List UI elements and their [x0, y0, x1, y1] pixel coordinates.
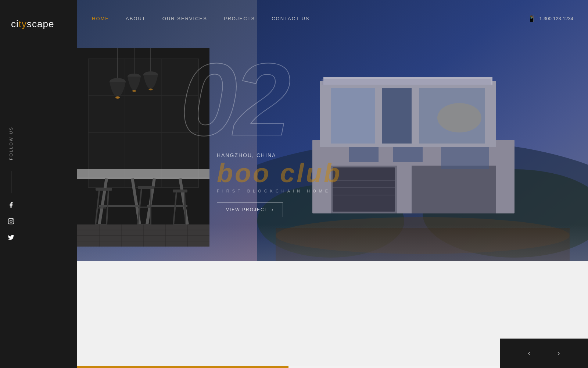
header: HOME ABOUT OUR SERVICES PROJECTS CONTACT… — [77, 0, 588, 37]
svg-rect-46 — [77, 177, 209, 179]
svg-point-44 — [149, 89, 153, 91]
svg-rect-10 — [382, 88, 412, 144]
project-info: Hangzhou, China boo club FIRST BLOCKCHAI… — [217, 152, 342, 217]
svg-point-40 — [115, 96, 120, 99]
nav-about[interactable]: ABOUT — [126, 16, 146, 21]
svg-rect-15 — [349, 147, 379, 162]
svg-point-42 — [132, 90, 136, 92]
project-subtitle: FIRST BLOCKCHAIN HOME — [217, 189, 342, 193]
nav-home[interactable]: HOME — [92, 16, 109, 21]
svg-rect-16 — [393, 147, 423, 162]
nav-arrows: ‹ › — [500, 339, 588, 368]
svg-rect-18 — [333, 167, 395, 212]
next-arrow-button[interactable]: › — [544, 339, 573, 368]
svg-rect-0 — [8, 218, 14, 224]
instagram-icon[interactable] — [7, 217, 15, 226]
twitter-icon[interactable] — [7, 233, 15, 242]
svg-rect-14 — [412, 166, 496, 213]
prev-arrow-icon: ‹ — [528, 348, 530, 358]
follow-us-area: FOLLOW US — [0, 126, 22, 242]
logo-suffix: scape — [27, 18, 54, 29]
follow-us-label: FOLLOW US — [9, 126, 13, 160]
phone-number: 1-300-123-1234 — [539, 16, 573, 21]
slide-number: 02 — [180, 48, 287, 151]
nav-services[interactable]: OUR SERVICES — [162, 16, 207, 21]
phone-area: 📱 1-300-123-1234 — [528, 15, 573, 22]
svg-rect-58 — [138, 186, 154, 189]
svg-rect-17 — [441, 147, 489, 169]
svg-rect-45 — [77, 169, 209, 178]
nav-contact[interactable]: CONTACT US — [272, 16, 309, 21]
svg-point-1 — [10, 220, 12, 222]
view-project-button[interactable]: View Project › — [217, 202, 283, 217]
social-icons — [7, 201, 15, 242]
next-arrow-icon: › — [557, 348, 560, 358]
follow-divider — [11, 171, 11, 193]
logo[interactable]: cityscape — [11, 18, 54, 30]
project-title: boo club — [217, 161, 342, 185]
view-project-label: View Project — [226, 207, 268, 212]
svg-rect-53 — [96, 188, 112, 191]
logo-accent: ty — [19, 18, 27, 29]
svg-point-2 — [12, 219, 13, 220]
nav-projects[interactable]: PROJECTS — [224, 16, 255, 21]
logo-prefix: ci — [11, 18, 19, 29]
main-content: 02 Hangzhou, China boo club FIRST BLOCKC… — [77, 0, 588, 261]
progress-bar-fill — [77, 366, 288, 368]
phone-icon: 📱 — [528, 15, 535, 22]
arrow-right-icon: › — [272, 207, 274, 212]
prev-arrow-button[interactable]: ‹ — [514, 339, 544, 368]
project-location: Hangzhou, China — [217, 152, 342, 158]
svg-point-25 — [437, 103, 481, 132]
sidebar: cityscape FOLLOW US — [0, 0, 77, 368]
logo-area: cityscape — [0, 0, 77, 41]
progress-bar-container — [77, 366, 500, 368]
facebook-icon[interactable] — [7, 201, 15, 209]
svg-rect-24 — [322, 79, 491, 85]
nav-links: HOME ABOUT OUR SERVICES PROJECTS CONTACT… — [92, 16, 309, 21]
svg-rect-63 — [173, 190, 187, 192]
svg-rect-9 — [331, 88, 375, 144]
